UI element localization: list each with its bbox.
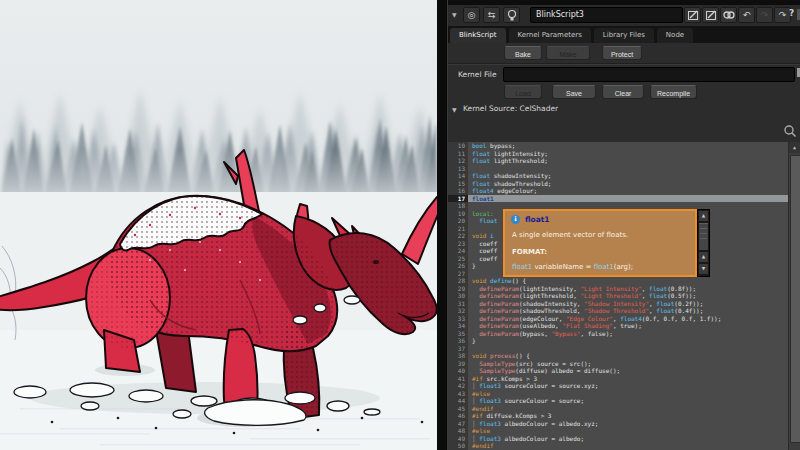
line-number: 27 [448,270,468,278]
line-text: defineParam(lightIntensity, "Light Inten… [468,285,800,293]
float-window-1-button[interactable] [684,7,701,23]
autocomplete-scrollbar[interactable]: ▲ ▲ ▼ [697,209,710,277]
tab-bar: BlinkScript Kernel Parameters Library Fi… [448,26,800,43]
code-line[interactable]: 36} [448,337,800,345]
code-line[interactable]: 34 defineParam(useAlbedo, "Flat Shading"… [448,322,800,330]
search-button[interactable] [783,123,797,137]
autocomplete-down-button[interactable]: ▼ [699,264,708,274]
line-number: 13 [448,165,468,173]
code-line[interactable]: 33 defineParam(edgeColour, "Edge Colour"… [448,315,800,323]
code-line[interactable]: 38void process() { [448,352,800,360]
scrollbar-thumb[interactable] [790,155,800,443]
code-line[interactable]: 47│ float3 albedoColour = albedo.xyz; [448,420,800,428]
node-name-input[interactable]: BlinkScript3 [530,7,683,23]
redo-icon: ↷ [779,9,787,22]
line-number: 12 [448,157,468,165]
celshaded-dinosaur-scene [0,0,437,450]
code-line[interactable]: 45#endif [448,405,800,413]
panel-divider[interactable] [437,0,448,450]
center-node-icon: ◎ [468,9,476,22]
line-number: 28 [448,277,468,285]
code-line[interactable]: 39 SampleType(src) source = src(); [448,360,800,368]
save-button[interactable]: Save [552,85,596,99]
code-editor[interactable]: 10bool bypass;11float lightIntensity;12f… [448,142,800,450]
code-line[interactable]: 43#else [448,390,800,398]
line-number: 14 [448,172,468,180]
code-line[interactable]: 17float1 [448,195,800,203]
protect-button[interactable]: Protect [602,46,642,60]
line-text: #if diffuse.kComps > 3 [468,412,800,420]
code-line[interactable]: 28void define() { [448,277,800,285]
clone-link-button[interactable] [720,7,737,23]
float-window-2-button[interactable] [702,7,719,23]
swap-arrows-icon: ⇆ [488,9,496,22]
code-line[interactable]: 42│ float3 sourceColour = source.xyz; [448,382,800,390]
line-text [468,345,800,353]
line-text: bool bypass; [468,142,800,150]
code-line[interactable]: 31 defineParam(shadowIntensity, "Shadow … [448,300,800,308]
code-line[interactable]: 50#endif [448,442,800,450]
center-node-button[interactable]: ◎ [463,7,480,23]
line-text: defineParam(lightThreshold, "Light Thres… [468,292,800,300]
code-line[interactable]: 10bool bypass; [448,142,800,150]
code-line[interactable]: 15float shadowThreshold; [448,180,800,188]
kernel-file-input[interactable] [503,67,795,82]
code-line[interactable]: 13 [448,165,800,173]
line-number: 49 [448,435,468,443]
autocomplete-scroll-up-button[interactable]: ▲ [699,211,708,221]
bake-button[interactable]: Bake [504,46,542,60]
help-button[interactable]: ? [789,8,794,18]
line-text: defineParam(shadowThreshold, "Shadow Thr… [468,307,800,315]
code-line[interactable]: 40 SampleType(diffuse) albedo = diffuse(… [448,367,800,375]
code-line[interactable]: 49│ float3 albedoColour = albedo; [448,435,800,443]
tab-blinkscript[interactable]: BlinkScript [450,28,506,43]
scroll-up-button[interactable]: ▲ [789,142,800,153]
knob-visibility-button[interactable] [503,7,520,23]
line-number: 17 [448,195,468,203]
code-line[interactable]: 37 [448,345,800,353]
load-button[interactable]: Load [504,85,542,99]
redo-button-disabled[interactable]: ↷ [756,7,773,23]
code-line[interactable]: 35 defineParam(bypass, "Bypass", false); [448,330,800,338]
line-text: #if src.kComps > 3 [468,375,800,383]
line-number: 24 [448,247,468,255]
line-number: 22 [448,232,468,240]
code-line[interactable]: 30 defineParam(lightThreshold, "Light Th… [448,292,800,300]
code-line[interactable]: 14float shadowIntensity; [448,172,800,180]
line-number: 23 [448,240,468,248]
code-line[interactable]: 16float4 edgeColour; [448,187,800,195]
code-line[interactable]: 32 defineParam(shadowThreshold, "Shadow … [448,307,800,315]
clear-button[interactable]: Clear [602,85,644,99]
code-line[interactable]: 41#if src.kComps > 3 [448,375,800,383]
divider [448,63,800,65]
float-panel-button[interactable]: ⇆ [483,7,500,23]
line-number: 21 [448,225,468,233]
tab-library-files[interactable]: Library Files [594,28,654,43]
chain-link-icon [722,9,736,21]
line-number: 25 [448,255,468,263]
kernel-source-collapse-triangle[interactable]: ▼ [452,106,457,113]
autocomplete-up-button[interactable]: ▲ [699,252,708,262]
code-line[interactable]: 29 defineParam(lightIntensity, "Light In… [448,285,800,293]
line-number: 26 [448,262,468,270]
code-line[interactable]: 11float lightIntensity; [448,150,800,158]
line-text: #endif [468,442,800,450]
tooltip-description: A single element vector of floats. [512,231,628,239]
code-line[interactable]: 12float lightThreshold; [448,157,800,165]
code-line[interactable]: 44│ float3 sourceColour = source; [448,397,800,405]
undo-button[interactable]: ↶ [738,7,755,23]
make-live-button[interactable]: Make Live [546,46,590,60]
autocomplete-scroll-thumb[interactable] [699,223,708,250]
line-number: 33 [448,315,468,323]
code-line[interactable]: 46#if diffuse.kComps > 3 [448,412,800,420]
line-number: 46 [448,412,468,420]
line-text: defineParam(useAlbedo, "Flat Shading", t… [468,322,800,330]
recompile-button[interactable]: Recompile [650,85,697,99]
tab-kernel-parameters[interactable]: Kernel Parameters [509,28,591,43]
editor-scrollbar[interactable]: ▲ [788,142,800,450]
tab-node[interactable]: Node [657,28,693,43]
line-text: │ float3 albedoColour = albedo; [468,435,800,443]
line-number: 11 [448,150,468,158]
code-line[interactable]: 48#else [448,427,800,435]
node-color-triangle-icon[interactable]: ▼ [452,11,457,18]
